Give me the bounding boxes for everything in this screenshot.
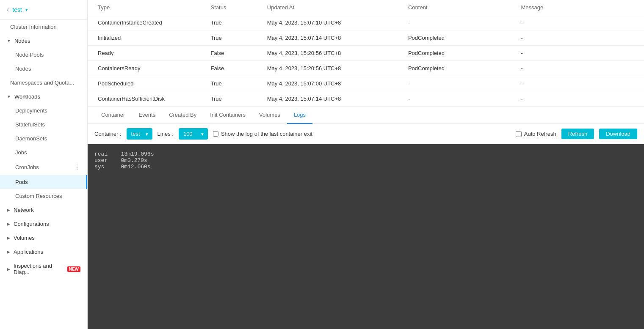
- lines-select-wrapper[interactable]: 10 50 100 200 500 1000: [179, 128, 208, 140]
- sidebar-item-label: StatefulSets: [15, 121, 45, 128]
- sidebar-item-cluster-information[interactable]: Cluster Information: [0, 20, 87, 34]
- log-controls: Container : test Lines : 10 50 100 200 5…: [88, 124, 644, 144]
- sidebar-item-jobs[interactable]: Jobs: [0, 145, 87, 159]
- tab-container[interactable]: Container: [94, 107, 132, 124]
- sidebar-group-workloads[interactable]: ▼ Workloads: [0, 90, 87, 104]
- sidebar-group-nodes[interactable]: ▼ Nodes: [0, 34, 87, 48]
- sidebar-item-label: Namespaces and Quota...: [10, 80, 74, 86]
- cell-status: True: [211, 19, 267, 26]
- col-content: Content: [408, 4, 521, 11]
- sidebar-item-cronjobs[interactable]: CronJobs ⋮: [0, 159, 87, 175]
- sidebar-item-label: Node Pools: [15, 52, 44, 58]
- cell-message: -: [521, 96, 634, 102]
- sidebar-item-statefulsets[interactable]: StatefulSets: [0, 118, 87, 132]
- auto-refresh-checkbox[interactable]: [516, 131, 522, 137]
- table-row: ContainerInstanceCreated True May 4, 202…: [88, 15, 644, 30]
- cell-updated-at: May 4, 2023, 15:20:56 UTC+8: [267, 50, 408, 56]
- sidebar-group-label: Configurations: [14, 221, 49, 227]
- tab-created-by[interactable]: Created By: [162, 107, 203, 124]
- sidebar-item-label: Custom Resources: [15, 193, 62, 199]
- cell-updated-at: May 4, 2023, 15:07:00 UTC+8: [267, 80, 408, 87]
- tab-init-containers[interactable]: Init Containers: [203, 107, 252, 124]
- cell-message: -: [521, 65, 634, 71]
- tab-events[interactable]: Events: [132, 107, 162, 124]
- col-message: Message: [521, 4, 634, 11]
- cell-updated-at: May 4, 2023, 15:07:10 UTC+8: [267, 19, 408, 26]
- cell-type: ContainerInstanceCreated: [98, 19, 211, 26]
- sidebar-item-label: Nodes: [15, 66, 31, 72]
- cell-content: PodCompleted: [408, 50, 521, 56]
- main-content: Type Status Updated At Content Message C…: [88, 0, 644, 329]
- auto-refresh-label[interactable]: Auto Refresh: [516, 131, 556, 137]
- sidebar-item-label: Pods: [15, 179, 28, 185]
- cell-message: -: [521, 35, 634, 41]
- sidebar-item-deployments[interactable]: Deployments: [0, 104, 87, 118]
- cell-content: PodCompleted: [408, 35, 521, 41]
- sidebar-header[interactable]: ‹ test ▾: [0, 0, 87, 20]
- sidebar-item-namespaces[interactable]: Namespaces and Quota...: [0, 76, 87, 90]
- cell-updated-at: May 4, 2023, 15:07:14 UTC+8: [267, 35, 408, 41]
- resize-handle-icon: ⋮: [74, 163, 80, 171]
- sidebar-item-label: Deployments: [15, 107, 47, 114]
- lines-label: Lines :: [158, 131, 174, 137]
- collapse-arrow-icon: ▶: [7, 222, 10, 226]
- sidebar-group-label: Network: [14, 207, 34, 213]
- sidebar-group-configurations[interactable]: ▶ Configurations: [0, 217, 87, 231]
- cluster-title: test: [12, 6, 22, 13]
- new-badge: NEW: [67, 266, 80, 272]
- collapse-icon: ▼: [7, 38, 11, 43]
- col-type: Type: [98, 4, 211, 11]
- last-exit-checkbox[interactable]: [213, 131, 218, 137]
- cell-message: -: [521, 50, 634, 56]
- cell-updated-at: May 4, 2023, 15:07:14 UTC+8: [267, 96, 408, 102]
- sidebar-item-node-pools[interactable]: Node Pools: [0, 48, 87, 62]
- auto-refresh-text: Auto Refresh: [524, 131, 556, 137]
- container-select-wrapper[interactable]: test: [127, 128, 152, 140]
- back-icon[interactable]: ‹: [7, 6, 9, 14]
- sidebar-group-volumes[interactable]: ▶ Volumes: [0, 231, 87, 245]
- sidebar-item-nodes[interactable]: Nodes: [0, 62, 87, 76]
- sidebar-group-network[interactable]: ▶ Network: [0, 203, 87, 217]
- last-exit-checkbox-label[interactable]: Show the log of the last container exit: [213, 131, 312, 137]
- col-updated-at: Updated At: [267, 4, 408, 11]
- collapse-arrow-icon: ▶: [7, 267, 10, 271]
- tab-logs[interactable]: Logs: [287, 107, 312, 124]
- cell-type: Initialized: [98, 35, 211, 41]
- sidebar-item-pods[interactable]: Pods: [0, 175, 87, 189]
- cell-type: Ready: [98, 50, 211, 56]
- sidebar-group-label: Volumes: [14, 235, 35, 241]
- cell-type: PodScheduled: [98, 80, 211, 87]
- refresh-button[interactable]: Refresh: [561, 129, 594, 139]
- sidebar-item-label: Cluster Information: [10, 24, 57, 30]
- col-status: Status: [211, 4, 267, 11]
- sidebar-item-daemonsets[interactable]: DaemonSets: [0, 132, 87, 145]
- table-row: Ready False May 4, 2023, 15:20:56 UTC+8 …: [88, 46, 644, 61]
- sidebar-item-label: DaemonSets: [15, 135, 47, 142]
- collapse-arrow-icon: ▶: [7, 236, 10, 240]
- sidebar-group-label: Nodes: [14, 38, 30, 44]
- download-button[interactable]: Download: [599, 129, 637, 139]
- cell-type: ContainersReady: [98, 65, 211, 71]
- container-select[interactable]: test: [127, 128, 152, 140]
- sidebar-item-custom-resources[interactable]: Custom Resources: [0, 189, 87, 203]
- cell-content: PodCompleted: [408, 65, 521, 71]
- cell-message: -: [521, 19, 634, 26]
- sidebar-item-label: Jobs: [15, 149, 27, 156]
- sidebar: ‹ test ▾ Cluster Information ▼ Nodes Nod…: [0, 0, 88, 329]
- sidebar-group-label: Workloads: [14, 93, 40, 100]
- table-row: ContainerHasSufficientDisk True May 4, 2…: [88, 91, 644, 107]
- conditions-table: Type Status Updated At Content Message C…: [88, 0, 644, 107]
- table-header: Type Status Updated At Content Message: [88, 0, 644, 15]
- sidebar-group-applications[interactable]: ▶ Applications: [0, 245, 87, 259]
- cell-type: ContainerHasSufficientDisk: [98, 96, 211, 102]
- cell-content: -: [408, 96, 521, 102]
- sidebar-item-label: CronJobs: [15, 164, 39, 170]
- lines-select[interactable]: 10 50 100 200 500 1000: [179, 128, 208, 140]
- sidebar-group-inspections[interactable]: ▶ Inspections and Diag... NEW: [0, 259, 87, 279]
- tab-volumes[interactable]: Volumes: [252, 107, 287, 124]
- cell-status: True: [211, 80, 267, 87]
- cell-status: False: [211, 65, 267, 71]
- chevron-down-icon: ▾: [25, 7, 28, 13]
- tabs-bar: Container Events Created By Init Contain…: [88, 107, 644, 124]
- cell-message: -: [521, 80, 634, 87]
